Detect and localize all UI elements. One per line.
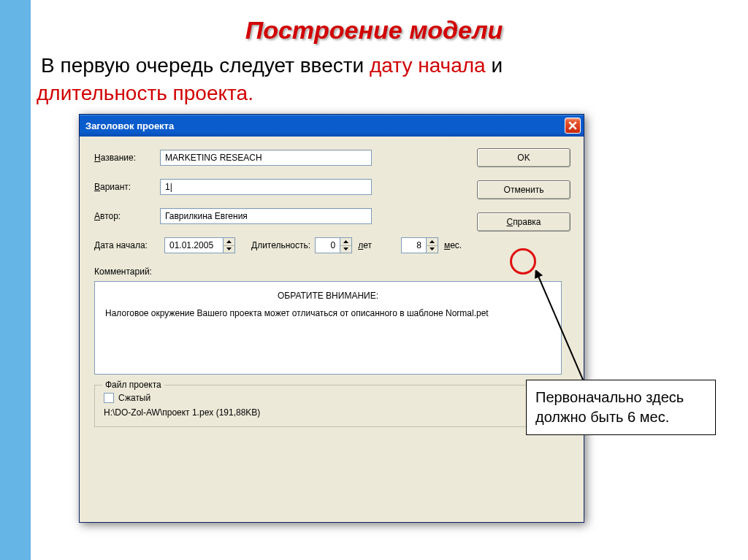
button-column: OK Отменить Справка xyxy=(477,148,570,245)
years-spinner xyxy=(315,237,352,253)
ok-button[interactable]: OK xyxy=(477,148,570,167)
input-variant[interactable] xyxy=(160,179,372,195)
input-name[interactable] xyxy=(160,150,372,166)
months-spinner xyxy=(401,237,438,253)
label-date: Дата начала: xyxy=(94,240,160,250)
close-icon xyxy=(568,121,577,130)
spin-up-icon[interactable] xyxy=(224,238,234,246)
sub-text-2: и xyxy=(486,54,503,77)
file-groupbox: Файл проекта Сжатый H:\DO-Zol-AW\проект … xyxy=(94,385,562,427)
compressed-row: Сжатый xyxy=(104,393,552,403)
input-months[interactable] xyxy=(401,237,426,253)
input-date[interactable] xyxy=(164,237,223,253)
comment-heading: ОБРАТИТЕ ВНИМАНИЕ: xyxy=(105,291,551,301)
spin-down-icon[interactable] xyxy=(427,246,438,253)
label-duration: Длительность: xyxy=(251,240,310,250)
callout-box: Первоначально здесь должно быть 6 мес. xyxy=(526,380,716,435)
slide-subtitle: В первую очередь следует ввести дату нач… xyxy=(37,52,711,107)
compressed-checkbox[interactable] xyxy=(104,393,114,403)
slide-accent-bar xyxy=(0,0,31,560)
date-spin-buttons[interactable] xyxy=(223,237,235,253)
group-legend: Файл проекта xyxy=(102,380,164,390)
unit-months: мес. xyxy=(444,240,462,250)
dialog-titlebar[interactable]: Заголовок проекта xyxy=(80,115,584,137)
sub-text-1: первую очередь следует ввести xyxy=(60,54,370,77)
help-button[interactable]: Справка xyxy=(477,212,570,231)
close-button[interactable] xyxy=(565,118,581,134)
months-spin-buttons[interactable] xyxy=(426,237,438,253)
comment-textarea[interactable]: ОБРАТИТЕ ВНИМАНИЕ: Налоговое окружение В… xyxy=(94,281,562,375)
label-comment: Комментарий: xyxy=(94,266,572,277)
sub-dot: . xyxy=(248,82,253,104)
slide-title: Построение модели xyxy=(0,16,748,45)
label-variant: Вариант: xyxy=(94,182,160,192)
spin-up-icon[interactable] xyxy=(427,238,438,246)
spin-down-icon[interactable] xyxy=(224,246,234,253)
unit-years: лет xyxy=(358,240,372,250)
sub-prefix: В xyxy=(41,54,55,77)
date-spinner xyxy=(164,237,235,253)
comment-body: Налоговое окружение Вашего проекта может… xyxy=(105,308,551,318)
file-path: H:\DO-Zol-AW\проект 1.pex (191,88KB) xyxy=(104,407,552,418)
project-header-dialog: Заголовок проекта OK Отменить Справка На… xyxy=(79,114,584,523)
compressed-label: Сжатый xyxy=(118,393,150,403)
input-years[interactable] xyxy=(315,237,340,253)
spin-up-icon[interactable] xyxy=(340,238,351,246)
spin-down-icon[interactable] xyxy=(340,246,351,253)
sub-red-1: дату начала xyxy=(370,54,486,77)
sub-red-2: длительность проекта xyxy=(37,82,248,104)
input-author[interactable] xyxy=(160,208,372,224)
dialog-title-text: Заголовок проекта xyxy=(85,120,565,131)
callout-text: Первоначально здесь должно быть 6 мес. xyxy=(535,389,684,425)
cancel-button[interactable]: Отменить xyxy=(477,180,570,199)
years-spin-buttons[interactable] xyxy=(340,237,352,253)
label-author: Автор: xyxy=(94,211,160,221)
label-name: Название: xyxy=(94,153,160,163)
